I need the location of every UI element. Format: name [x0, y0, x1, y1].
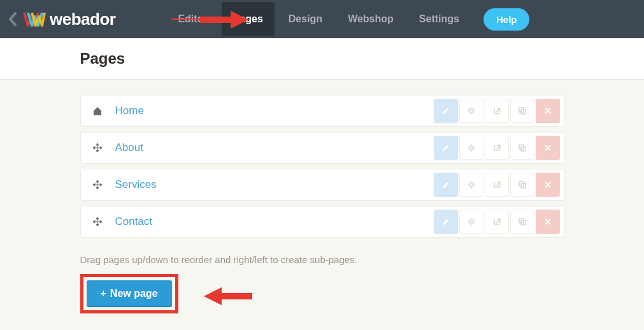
move-icon[interactable] — [92, 217, 106, 227]
page-row-label: Services — [115, 178, 434, 191]
settings-button[interactable] — [459, 136, 483, 160]
annotation-highlight-box: + New page — [80, 274, 178, 313]
open-button[interactable] — [485, 173, 509, 197]
copy-button[interactable] — [510, 210, 534, 234]
page-row-label: Contact — [115, 215, 434, 228]
nav-settings-label: Settings — [419, 13, 459, 24]
svg-marker-15 — [204, 287, 222, 305]
page-row-services[interactable]: Services — [80, 169, 564, 201]
edit-button[interactable] — [434, 173, 458, 197]
help-button-label: Help — [496, 14, 517, 25]
page-title: Pages — [80, 50, 564, 68]
row-actions — [434, 99, 560, 123]
nav-pages[interactable]: Pages — [222, 2, 275, 36]
brand-logo[interactable]: webador — [23, 8, 115, 31]
new-page-wrap: + New page — [80, 274, 178, 313]
nav-webshop-label: Webshop — [348, 13, 394, 24]
nav-pages-label: Pages — [233, 13, 263, 24]
delete-button[interactable] — [536, 99, 560, 123]
delete-button[interactable] — [536, 173, 560, 197]
page-row-home[interactable]: Home — [80, 95, 564, 127]
nav-editor[interactable]: Editor — [166, 2, 218, 36]
new-page-button[interactable]: + New page — [87, 280, 172, 307]
page-row-label: Home — [115, 104, 434, 117]
brand-name: webador — [50, 10, 115, 29]
settings-button[interactable] — [459, 173, 483, 197]
nav-design-label: Design — [289, 13, 322, 24]
settings-button[interactable] — [459, 99, 483, 123]
move-icon[interactable] — [92, 180, 106, 190]
page-row-contact[interactable]: Contact — [80, 206, 564, 238]
svg-point-11 — [469, 220, 473, 224]
open-button[interactable] — [485, 99, 509, 123]
copy-button[interactable] — [510, 136, 534, 160]
row-actions — [434, 136, 560, 160]
logo-icon — [23, 8, 46, 31]
strikethrough-annotation — [171, 18, 213, 20]
edit-button[interactable] — [434, 210, 458, 234]
edit-button[interactable] — [434, 99, 458, 123]
svg-point-2 — [469, 110, 473, 113]
svg-point-5 — [469, 147, 473, 150]
copy-button[interactable] — [510, 173, 534, 197]
home-icon — [92, 106, 106, 116]
svg-point-8 — [469, 183, 473, 187]
open-button[interactable] — [485, 210, 509, 234]
new-page-label: New page — [110, 288, 158, 299]
move-icon[interactable] — [92, 143, 106, 153]
edit-button[interactable] — [434, 136, 458, 160]
open-button[interactable] — [485, 136, 509, 160]
nav-design[interactable]: Design — [277, 2, 334, 36]
delete-button[interactable] — [536, 210, 560, 234]
annotation-arrow-bottom — [203, 285, 260, 307]
row-actions — [434, 173, 560, 197]
row-actions — [434, 210, 560, 234]
page-row-label: About — [115, 141, 434, 154]
reorder-hint: Drag pages up/down to reorder and right/… — [80, 254, 564, 265]
page-row-about[interactable]: About — [80, 132, 564, 164]
top-navbar: webador Editor Pages Design Webshop Sett… — [0, 0, 644, 38]
copy-button[interactable] — [510, 99, 534, 123]
page-header: Pages — [0, 38, 644, 80]
content-area: Home About — [0, 80, 644, 313]
back-icon[interactable] — [8, 11, 18, 27]
plus-icon: + — [101, 288, 106, 299]
nav-webshop[interactable]: Webshop — [336, 2, 405, 36]
settings-button[interactable] — [459, 210, 483, 234]
main-nav: Editor Pages Design Webshop Settings Hel… — [166, 2, 529, 36]
nav-settings[interactable]: Settings — [408, 2, 471, 36]
help-button[interactable]: Help — [483, 8, 530, 31]
delete-button[interactable] — [536, 136, 560, 160]
